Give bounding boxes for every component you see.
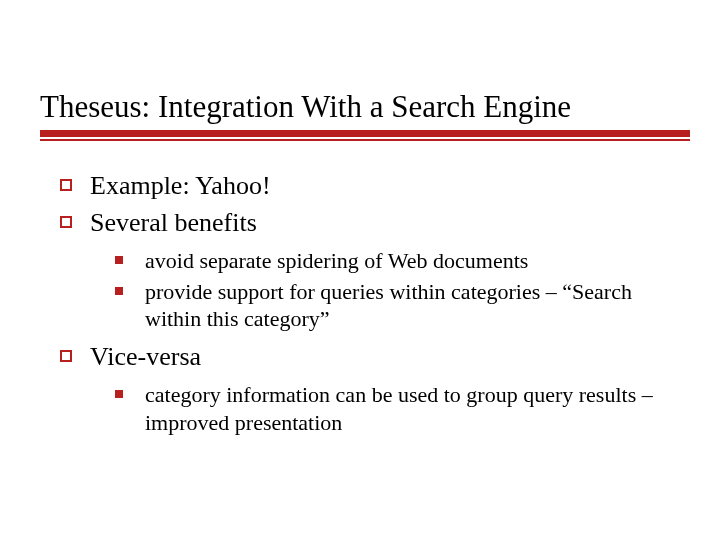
sub-list-item-label: avoid separate spidering of Web document… — [145, 247, 528, 275]
open-square-icon — [60, 350, 72, 362]
sub-list-item: provide support for queries within categ… — [115, 278, 660, 333]
sub-list-item-label: provide support for queries within categ… — [145, 278, 660, 333]
list-item: Vice-versa — [60, 341, 660, 374]
sub-list-item-label: category information can be used to grou… — [145, 381, 660, 436]
bullet-list: Example: Yahoo! Several benefits avoid s… — [60, 170, 660, 436]
solid-square-icon — [115, 287, 123, 295]
sub-bullet-list: category information can be used to grou… — [115, 381, 660, 436]
list-item-label: Example: Yahoo! — [90, 170, 271, 203]
slide-title: Theseus: Integration With a Search Engin… — [40, 90, 690, 124]
sub-bullet-list: avoid separate spidering of Web document… — [115, 247, 660, 333]
list-item-label: Vice-versa — [90, 341, 201, 374]
list-item-label: Several benefits — [90, 207, 257, 240]
title-rule-thin — [40, 139, 690, 141]
list-item: Example: Yahoo! — [60, 170, 660, 203]
solid-square-icon — [115, 390, 123, 398]
sub-list-item: category information can be used to grou… — [115, 381, 660, 436]
open-square-icon — [60, 216, 72, 228]
open-square-icon — [60, 179, 72, 191]
title-rule-thick — [40, 130, 690, 137]
title-block: Theseus: Integration With a Search Engin… — [0, 0, 720, 146]
content-area: Example: Yahoo! Several benefits avoid s… — [0, 146, 720, 436]
sub-list-wrap: avoid separate spidering of Web document… — [60, 247, 660, 333]
solid-square-icon — [115, 256, 123, 264]
slide: Theseus: Integration With a Search Engin… — [0, 0, 720, 540]
list-item: Several benefits — [60, 207, 660, 240]
sub-list-item: avoid separate spidering of Web document… — [115, 247, 660, 275]
sub-list-wrap: category information can be used to grou… — [60, 381, 660, 436]
